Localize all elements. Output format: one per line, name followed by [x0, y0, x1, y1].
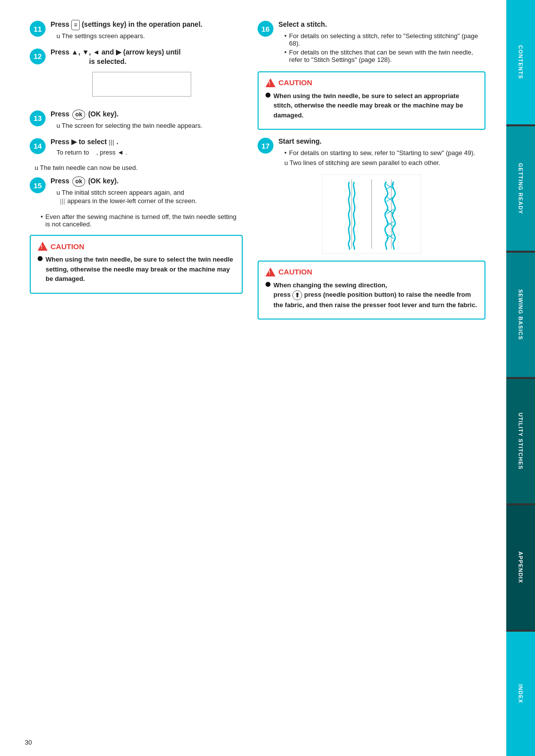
caution-header-2: CAUTION: [38, 242, 235, 251]
step-12: 12 Press ▲, ▼, ◄ and ▶ (arrow keys) unti…: [30, 48, 243, 102]
step-14-content: Press ▶ to select ||| . To return to , p…: [51, 137, 243, 157]
step-17-bullet1: • For details on starting to sew, refer …: [278, 149, 485, 157]
step-17-content: Start sewing. • For details on starting …: [278, 137, 485, 166]
caution-bullet-2: When using the twin needle, be sure to s…: [38, 255, 235, 284]
sidebar-item-getting-ready[interactable]: GETTING READY: [506, 126, 535, 251]
sidebar-label-appendix: APPENDIX: [518, 551, 524, 583]
step-11-title: Press ≡ (settings key) in the operation …: [51, 20, 243, 30]
step-13-content: Press ok (OK key). The screen for select…: [51, 109, 243, 129]
sidebar-item-index[interactable]: INDEX: [506, 632, 535, 756]
step-17-sub: u Two lines of stitching are sewn parall…: [278, 159, 485, 166]
sidebar-item-sewing-basics[interactable]: SEWING BASICS: [506, 253, 535, 377]
step-11-content: Press ≡ (settings key) in the operation …: [51, 20, 243, 40]
settings-key-icon: ≡: [71, 20, 80, 30]
ok-key-13: ok: [72, 109, 85, 120]
caution-triangle-3: [266, 268, 275, 276]
caution-bullet-1: When using the twin needle, be sure to s…: [266, 91, 478, 120]
caution-triangle-2: [38, 242, 48, 251]
sidebar-item-appendix[interactable]: APPENDIX: [506, 505, 535, 630]
step-12-content: Press ▲, ▼, ◄ and ▶ (arrow keys) until i…: [51, 48, 243, 102]
sidebar-item-utility-stitches[interactable]: UTILITY STITCHES: [506, 379, 535, 503]
step-15-sub2: ||| appears in the lower-left corner of …: [51, 197, 243, 205]
ok-key-15: ok: [72, 176, 85, 187]
step-circle-11: 11: [30, 21, 46, 37]
stitch-icon-15: |||: [60, 197, 65, 205]
step-13-sub: The screen for selecting the twin needle…: [51, 122, 243, 129]
step-11: 11 Press ≡ (settings key) in the operati…: [30, 20, 243, 40]
caution-header-3: CAUTION: [266, 268, 478, 276]
step-16-bullet2: • For details on the stitches that can b…: [278, 49, 485, 63]
sidebar-label-index: INDEX: [518, 684, 524, 703]
step-16-bullet1: • For details on selecting a stitch, ref…: [278, 32, 485, 47]
step-circle-14: 14: [30, 138, 46, 154]
step-15: 15 Press ok (OK key). u The initial stit…: [30, 176, 243, 205]
main-content: 11 Press ≡ (settings key) in the operati…: [0, 0, 505, 756]
page-number: 30: [25, 739, 32, 746]
step-14: 14 Press ▶ to select ||| . To return to …: [30, 137, 243, 157]
step-12-title: Press ▲, ▼, ◄ and ▶ (arrow keys) until i…: [51, 48, 243, 67]
step-17-title: Start sewing.: [278, 137, 485, 147]
sidebar-label-getting-ready: GETTING READY: [518, 163, 524, 214]
caution-bullet-text-1: When using the twin needle, be sure to s…: [273, 91, 478, 120]
left-column: 11 Press ≡ (settings key) in the operati…: [30, 20, 243, 326]
sidebar-label-contents: CONTENTS: [518, 45, 524, 79]
caution-triangle-1: [266, 78, 275, 87]
step-circle-13: 13: [30, 110, 46, 126]
step-14-return: To return to , press ◄ .: [51, 149, 243, 156]
step-13-title: Press ok (OK key).: [51, 109, 243, 120]
needle-position-btn-icon: ⬆: [292, 290, 302, 300]
caution-box-2: CAUTION When using the twin needle, be s…: [30, 235, 243, 294]
step-15-sub1: u The initial stitch screen appears agai…: [51, 189, 243, 196]
screen-rectangle: [71, 72, 243, 97]
caution-box-3: CAUTION When changing the sewing directi…: [258, 261, 485, 320]
step-circle-16: 16: [258, 21, 273, 37]
step-13: 13 Press ok (OK key). The screen for sel…: [30, 109, 243, 129]
caution-bullet-dot-1: [266, 93, 270, 98]
sidebar: CONTENTS GETTING READY SEWING BASICS UTI…: [506, 0, 535, 756]
caution-bullet-3: When changing the sewing direction, pres…: [266, 280, 478, 310]
sidebar-label-sewing-basics: SEWING BASICS: [518, 289, 524, 340]
step-16-content: Select a stitch. • For details on select…: [278, 20, 485, 63]
step-circle-15: 15: [30, 177, 46, 193]
stitch-svg: [322, 174, 421, 254]
step-16-title: Select a stitch.: [278, 20, 485, 30]
step-circle-12: 12: [30, 49, 46, 64]
caution-bullet-text-3: When changing the sewing direction, pres…: [273, 280, 478, 310]
caution-bullet-text-2: When using the twin needle, be sure to s…: [46, 255, 235, 284]
step-15-content: Press ok (OK key). u The initial stitch …: [51, 176, 243, 205]
step-15-title: Press ok (OK key).: [51, 176, 243, 187]
caution-box-1: CAUTION When using the twin needle, be s…: [258, 71, 485, 130]
step-14-note: u The twin needle can now be used.: [35, 164, 243, 171]
caution-header-1: CAUTION: [266, 78, 478, 87]
stitch-image-container: [258, 174, 485, 254]
step-16: 16 Select a stitch. • For details on sel…: [258, 20, 485, 63]
step-circle-17: 17: [258, 138, 273, 154]
caution-bullet-dot-3: [266, 282, 270, 287]
sidebar-item-contents[interactable]: CONTENTS: [506, 0, 535, 124]
step-17: 17 Start sewing. • For details on starti…: [258, 137, 485, 166]
even-after-note: • Even after the sewing machine is turne…: [35, 213, 243, 228]
sidebar-label-utility-stitches: UTILITY STITCHES: [518, 413, 524, 470]
step-11-sub: The settings screen appears.: [51, 32, 243, 40]
step-14-title: Press ▶ to select ||| .: [51, 137, 243, 147]
caution-bullet-dot-2: [38, 256, 43, 261]
right-column: 16 Select a stitch. • For details on sel…: [258, 20, 485, 326]
